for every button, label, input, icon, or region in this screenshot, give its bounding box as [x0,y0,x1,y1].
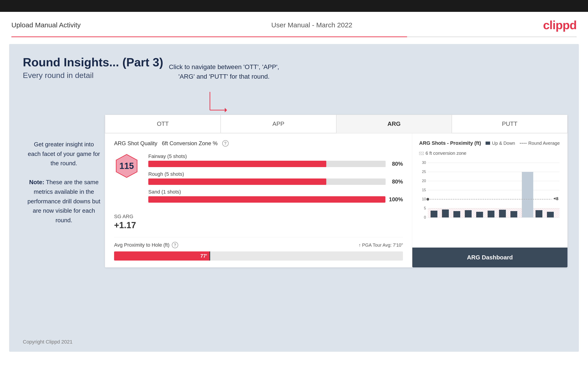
shot-quality-list: Fairway (5 shots) 80% Rough (5 shots) [148,153,403,207]
chart-header: ARG Shots - Proximity (ft) Up & Down Rou… [419,140,561,156]
fairway-bar-container: 80% [148,161,403,167]
arg-proximity-chart: 30 25 20 15 10 5 0 [419,160,561,224]
panel-header: ARG Shot Quality 6ft Conversion Zone % ? [114,140,403,147]
pga-avg: ↑ PGA Tour Avg: 7'10" [358,242,403,248]
sg-label: SG ARG [114,214,403,219]
proximity-bar-fill: 77' [114,251,209,260]
copyright: Copyright Clippd 2021 [23,339,73,345]
legend-conversion-zone: 6 ft conversion zone [419,151,466,156]
hexagon-value: 115 [119,161,134,171]
upload-label: Upload Manual Activity [11,21,81,29]
tab-ott[interactable]: OTT [105,115,221,133]
proximity-label: Avg Proximity to Hole (ft) ? [114,242,178,248]
rough-percent: 80% [389,178,403,185]
sand-bar-fill [148,196,385,203]
chart-area: 30 25 20 15 10 5 0 [419,160,561,243]
document-title: User Manual - March 2022 [271,21,352,29]
sand-bar-track [148,196,385,203]
sand-label: Sand (1 shots) [148,189,403,195]
svg-text:25: 25 [422,170,426,174]
main-content: Round Insights... (Part 3) Every round i… [9,44,579,352]
proximity-header: Avg Proximity to Hole (ft) ? ↑ PGA Tour … [114,242,403,248]
svg-text:8: 8 [556,197,558,201]
legend-updown: Up & Down [485,141,515,146]
hexagon-container: 115 Fairway (5 shots) 80% [114,153,403,207]
sg-section: SG ARG +1.17 [114,214,403,230]
sand-percent: 100% [389,196,403,203]
rough-bar-fill [148,178,326,185]
legend-dashed-line [520,143,527,144]
svg-rect-20 [442,209,449,217]
note-label: Note: [29,179,44,185]
svg-rect-28 [536,210,542,217]
svg-text:15: 15 [422,188,426,192]
left-panel: ARG Shot Quality 6ft Conversion Zone % ?… [105,133,412,267]
fairway-bar-fill [148,161,326,167]
shot-row-rough: Rough (5 shots) 80% [148,171,403,185]
svg-point-31 [426,198,429,200]
right-panel: ARG Shots - Proximity (ft) Up & Down Rou… [412,133,567,267]
rough-bar-track [148,178,386,185]
svg-rect-19 [431,211,437,217]
tab-app[interactable]: APP [221,115,336,133]
insight-text: Get greater insight into each facet of y… [27,140,100,225]
header: Upload Manual Activity User Manual - Mar… [0,12,588,36]
rough-bar-container: 80% [148,178,403,185]
svg-rect-22 [465,210,472,217]
chart-title: ARG Shots - Proximity (ft) [419,140,481,146]
fairway-bar-track [148,161,386,167]
arg-dashboard-button[interactable]: ARG Dashboard [412,248,567,267]
tab-putt[interactable]: PUTT [452,115,567,133]
card-body: ARG Shot Quality 6ft Conversion Zone % ?… [105,133,567,267]
svg-rect-27 [510,211,517,217]
svg-rect-24 [488,211,494,217]
fairway-label: Fairway (5 shots) [148,153,403,159]
proximity-value: 77' [200,253,207,259]
arg-shot-quality-label: ARG Shot Quality [114,140,157,147]
svg-rect-23 [476,212,483,217]
fairway-percent: 80% [389,161,403,167]
svg-text:20: 20 [422,179,426,183]
svg-rect-26 [522,172,533,217]
sand-bar-container: 100% [148,196,403,203]
shot-row-fairway: Fairway (5 shots) 80% [148,153,403,167]
sg-value: +1.17 [114,220,403,230]
page-title: Round Insights... (Part 3) [23,55,565,69]
proximity-section: Avg Proximity to Hole (ft) ? ↑ PGA Tour … [114,237,403,260]
tab-arg[interactable]: ARG [336,115,452,133]
proximity-cursor [209,251,210,260]
svg-marker-2 [225,108,227,112]
top-bar [0,0,588,12]
clippd-logo: clippd [543,18,577,32]
shot-row-sand: Sand (1 shots) 100% [148,189,403,203]
header-divider [11,36,577,37]
tabs-container: OTT APP ARG PUTT [105,115,567,133]
proximity-bar-track: 77' [114,251,403,260]
page-subtitle: Every round in detail [23,71,565,80]
svg-text:30: 30 [422,161,426,165]
nav-instruction: Click to navigate between 'OTT', 'APP', … [169,62,279,81]
proximity-help-icon[interactable]: ? [172,242,178,248]
svg-rect-29 [547,212,554,217]
dashboard-card: OTT APP ARG PUTT ARG Shot Quality 6ft Co… [105,115,567,267]
svg-text:10: 10 [422,197,426,201]
svg-rect-21 [453,211,460,217]
svg-text:0: 0 [424,215,426,219]
rough-label: Rough (5 shots) [148,171,403,177]
hexagon-badge: 115 [114,153,139,178]
conversion-zone-label: 6ft Conversion Zone % [162,140,217,147]
svg-rect-25 [499,210,506,217]
legend-square-dark [485,142,490,145]
legend-hatch-box [419,152,424,155]
svg-text:5: 5 [424,206,426,210]
help-icon[interactable]: ? [222,140,229,147]
legend-round-avg: Round Average [520,141,560,146]
